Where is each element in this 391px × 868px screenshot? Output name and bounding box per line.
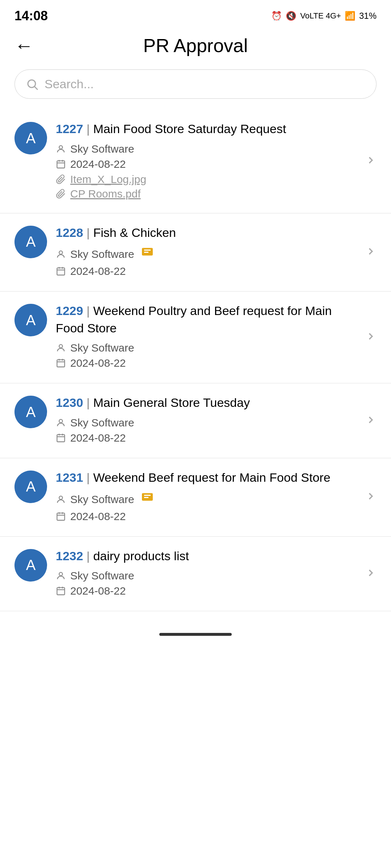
pr-date-row: 2024-08-22 [56,158,358,170]
comment-icon [141,246,154,262]
calendar-icon [56,358,66,368]
pr-content: 1231 | Weekend Beef request for Main Foo… [47,469,365,526]
status-time: 14:08 [14,8,48,24]
pr-submitter: Sky Software [70,248,134,260]
pr-submitter: Sky Software [70,493,134,506]
pr-submitter-row: Sky Software [56,342,358,354]
attachment-name[interactable]: CP Rooms.pdf [70,188,141,200]
attachment-name[interactable]: Item_X_Log.jpg [70,173,146,186]
pr-list-item[interactable]: A1232 | dairy products list Sky Software… [0,537,391,612]
pr-list-item[interactable]: A1229 | Weekend Poultry and Beef request… [0,292,391,383]
avatar-letter: A [26,404,36,420]
pr-content: 1228 | Fish & Chicken Sky Software [47,224,365,281]
svg-rect-29 [57,513,65,520]
battery-text: 31% [359,11,377,21]
pr-submitter-row: Sky Software [56,417,358,429]
pr-title: 1227 | Main Food Store Saturday Request [56,120,358,138]
person-icon [56,418,66,428]
chevron-right-icon [365,413,377,429]
chevron-right-icon [365,244,377,260]
pr-date: 2024-08-22 [70,357,126,369]
svg-rect-34 [57,588,65,595]
avatar: A [14,471,47,503]
pr-list-item[interactable]: A1227 | Main Food Store Saturday Request… [0,110,391,213]
pr-date-row: 2024-08-22 [56,510,358,523]
pr-submitter: Sky Software [70,143,134,155]
bottom-nav-indicator [159,633,232,636]
pr-name: Weekend Poultry and Beef request for Mai… [56,304,332,335]
svg-point-0 [28,80,35,88]
svg-rect-11 [57,268,65,275]
pr-date-row: 2024-08-22 [56,265,358,277]
mute-icon: 🔇 [286,11,297,21]
pr-submitter: Sky Software [70,417,134,429]
pr-date-row: 2024-08-22 [56,432,358,444]
svg-point-33 [59,573,62,576]
pr-attachment-row: Item_X_Log.jpg [56,173,358,186]
pr-title: 1230 | Main General Store Tuesday [56,394,358,412]
bottom-bar [0,626,391,647]
svg-rect-3 [57,161,65,168]
calendar-icon [56,433,66,443]
pr-list-item[interactable]: A1228 | Fish & Chicken Sky Software [0,213,391,292]
pr-name: dairy products list [93,549,189,563]
svg-rect-16 [57,360,65,367]
search-box[interactable]: Search... [14,69,377,99]
header: ← PR Approval [0,29,391,62]
pr-title: 1229 | Weekend Poultry and Beef request … [56,302,358,337]
back-button[interactable]: ← [14,36,33,55]
pr-title: 1231 | Weekend Beef request for Main Foo… [56,469,358,486]
signal-icon: 📶 [345,11,356,21]
pr-date: 2024-08-22 [70,265,126,277]
pr-id: 1230 [56,396,83,409]
pr-submitter-row: Sky Software [56,246,358,262]
pr-content: 1227 | Main Food Store Saturday Request … [47,120,365,202]
avatar-letter: A [26,312,36,328]
person-icon [56,571,66,581]
calendar-icon [56,586,66,596]
attachment-icon [56,174,66,184]
pr-date: 2024-08-22 [70,585,126,597]
pr-name: Fish & Chicken [93,226,176,239]
avatar-letter: A [26,234,36,250]
avatar-letter: A [26,130,36,146]
svg-point-7 [59,251,62,254]
calendar-icon [56,511,66,522]
avatar: A [14,549,47,582]
search-container: Search... [0,62,391,110]
pr-submitter-row: Sky Software [56,492,358,507]
search-icon [26,78,39,91]
status-icons: ⏰ 🔇 VoLTE 4G+ 📶 31% [271,11,377,21]
pr-title: 1228 | Fish & Chicken [56,224,358,242]
pr-list-item[interactable]: A1230 | Main General Store Tuesday Sky S… [0,383,391,458]
pr-id: 1227 [56,122,83,136]
pr-name: Main Food Store Saturday Request [93,122,286,136]
person-icon [56,494,66,505]
pr-id: 1231 [56,471,83,484]
page-title: PR Approval [143,35,248,56]
avatar-letter: A [26,557,36,573]
pr-name: Main General Store Tuesday [93,396,250,409]
pr-submitter-row: Sky Software [56,143,358,155]
avatar: A [14,122,47,154]
comment-icon [141,492,154,507]
status-bar: 14:08 ⏰ 🔇 VoLTE 4G+ 📶 31% [0,0,391,29]
calendar-icon [56,266,66,276]
svg-point-15 [59,345,62,348]
attachment-icon [56,189,66,199]
pr-title: 1232 | dairy products list [56,548,358,565]
pr-submitter: Sky Software [70,342,134,354]
pr-date: 2024-08-22 [70,510,126,523]
pr-content: 1232 | dairy products list Sky Software … [47,548,365,600]
pr-content: 1230 | Main General Store Tuesday Sky So… [47,394,365,447]
pr-submitter: Sky Software [70,570,134,582]
network-icon: VoLTE 4G+ [300,11,341,21]
avatar-letter: A [26,478,36,495]
avatar: A [14,304,47,336]
pr-date-row: 2024-08-22 [56,357,358,369]
pr-list-item[interactable]: A1231 | Weekend Beef request for Main Fo… [0,458,391,537]
search-placeholder: Search... [45,77,94,91]
pr-attachment-row: CP Rooms.pdf [56,188,358,200]
chevron-right-icon [365,153,377,169]
svg-point-2 [59,145,62,149]
